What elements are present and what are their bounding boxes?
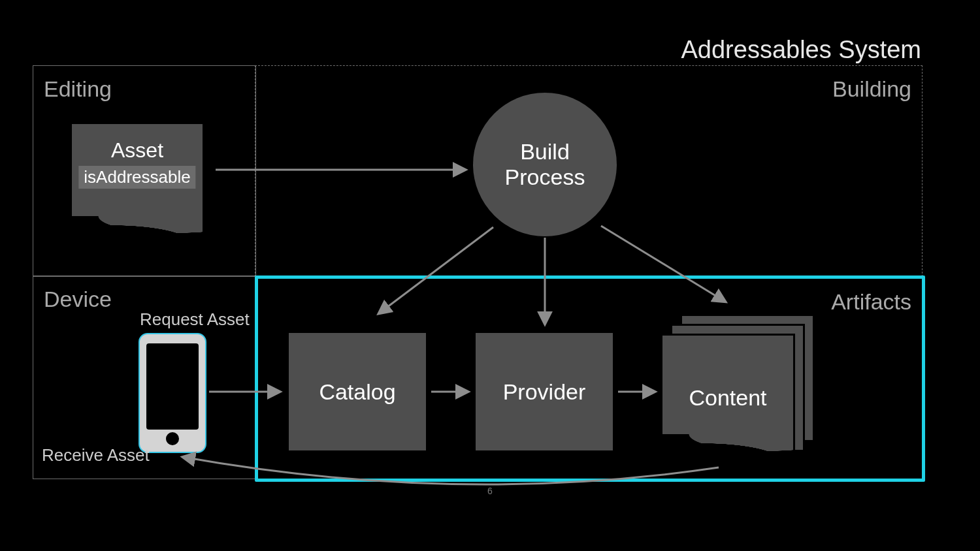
panel-artifacts-label: Artifacts	[831, 289, 911, 315]
page-number: 6	[487, 486, 493, 496]
diagram-title: Addressables System	[681, 36, 922, 64]
panel-device-label: Device	[44, 287, 112, 312]
asset-document-icon: Asset isAddressable	[72, 124, 203, 242]
request-asset-label: Request Asset	[140, 309, 250, 330]
build-process-node: Build Process	[473, 93, 617, 236]
panel-building-label: Building	[832, 76, 911, 102]
diagram-stage: Addressables System Editing Building Dev…	[0, 0, 980, 551]
build-line1: Build	[520, 139, 570, 165]
provider-label: Provider	[503, 379, 586, 405]
phone-icon	[139, 333, 206, 453]
catalog-label: Catalog	[319, 379, 395, 405]
panel-editing-label: Editing	[44, 76, 112, 102]
build-line2: Process	[505, 165, 585, 190]
asset-tag: isAddressable	[78, 166, 195, 189]
asset-title: Asset	[72, 138, 203, 163]
catalog-box: Catalog	[289, 333, 426, 450]
receive-asset-label: Receive Asset	[42, 445, 150, 465]
provider-box: Provider	[476, 333, 613, 450]
content-label: Content	[689, 385, 766, 411]
